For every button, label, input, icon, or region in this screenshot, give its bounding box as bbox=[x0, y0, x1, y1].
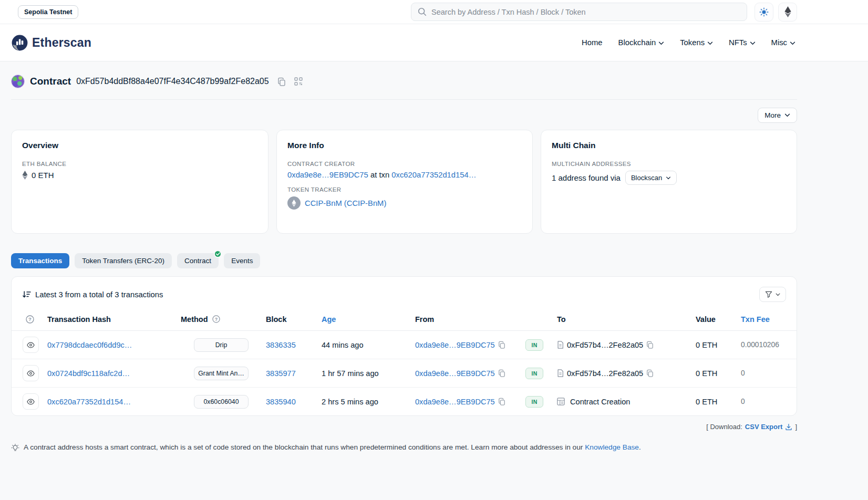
nav-item-home[interactable]: Home bbox=[582, 38, 602, 47]
more-button[interactable]: More bbox=[758, 108, 797, 123]
multichain-addresses-label: MULTICHAIN ADDRESSES bbox=[552, 161, 786, 167]
token-tracker-link[interactable]: CCIP-BnM (CCIP-BnM) bbox=[305, 199, 386, 207]
age-cell: 2 hrs 5 mins ago bbox=[319, 388, 413, 416]
search-input[interactable] bbox=[431, 8, 740, 16]
contract-header: Contract 0xFd57b4ddBf88a4e07fF4e34C487b9… bbox=[11, 61, 797, 100]
method-badge[interactable]: Grant Mint An… bbox=[194, 367, 249, 380]
tab-transactions[interactable]: Transactions bbox=[11, 253, 69, 268]
download-row: [ Download: CSV Export ] bbox=[11, 423, 797, 431]
contract-file-icon bbox=[557, 369, 564, 377]
txn-hash-link[interactable]: 0xc620a77352d1d154… bbox=[47, 398, 131, 406]
verified-check-icon bbox=[214, 250, 222, 258]
to-address-text: 0xFd57b4…2Fe82a05 bbox=[567, 341, 643, 349]
nav-item-nfts[interactable]: NFTs bbox=[729, 38, 756, 47]
copy-icon[interactable] bbox=[646, 341, 654, 349]
token-logo-icon bbox=[287, 196, 301, 210]
svg-text:?: ? bbox=[28, 316, 32, 322]
theme-toggle-button[interactable] bbox=[755, 3, 773, 22]
nav-item-tokens[interactable]: Tokens bbox=[680, 38, 713, 47]
help-circle-icon[interactable]: ? bbox=[26, 315, 43, 324]
col-value: Value bbox=[689, 310, 736, 331]
eye-icon bbox=[27, 370, 35, 377]
tab-contract[interactable]: Contract bbox=[177, 253, 219, 268]
value-cell: 0 ETH bbox=[689, 359, 736, 388]
from-address-link[interactable]: 0xda9e8e…9EB9DC75 bbox=[415, 341, 495, 349]
overview-card: Overview ETH BALANCE 0 ETH bbox=[11, 130, 268, 234]
age-cell: 44 mins ago bbox=[319, 331, 413, 359]
tab-token-transfers[interactable]: Token Transfers (ERC-20) bbox=[75, 253, 172, 268]
creator-connector-text: at txn bbox=[370, 171, 389, 179]
txn-hash-link[interactable]: 0x0724bdf9c118afc2d… bbox=[47, 369, 130, 378]
col-to: To bbox=[553, 310, 689, 331]
lightbulb-icon bbox=[11, 444, 19, 452]
copy-address-button[interactable] bbox=[277, 77, 286, 86]
col-age-toggle[interactable]: Age bbox=[319, 310, 413, 331]
age-cell: 1 hr 57 mins ago bbox=[319, 359, 413, 388]
blockscan-dropdown-button[interactable]: Blockscan bbox=[625, 171, 677, 185]
copy-icon bbox=[277, 77, 286, 86]
nav-item-misc[interactable]: Misc bbox=[771, 38, 795, 47]
network-badge[interactable]: Sepolia Testnet bbox=[18, 5, 78, 19]
address-identicon bbox=[11, 75, 25, 88]
csv-export-link[interactable]: CSV Export bbox=[745, 423, 793, 431]
to-address-text: 0xFd57b4…2Fe82a05 bbox=[567, 369, 643, 378]
tip-text: A contract address hosts a smart contrac… bbox=[24, 443, 583, 451]
col-from: From bbox=[413, 310, 516, 331]
value-cell: 0 ETH bbox=[689, 331, 736, 359]
chevron-down-icon bbox=[666, 176, 671, 180]
value-cell: 0 ETH bbox=[689, 388, 736, 416]
sort-descending-icon bbox=[23, 290, 31, 298]
eye-icon bbox=[27, 399, 35, 405]
chevron-down-icon bbox=[707, 41, 713, 45]
transactions-table: ? Transaction Hash Method ? Block Age Fr… bbox=[12, 310, 797, 415]
block-link[interactable]: 3835940 bbox=[266, 398, 296, 406]
col-method: Method ? bbox=[179, 310, 264, 331]
help-circle-icon[interactable]: ? bbox=[212, 315, 220, 323]
copy-icon[interactable] bbox=[498, 398, 505, 405]
transactions-panel: Latest 3 from a total of 3 transactions … bbox=[11, 276, 797, 416]
copy-icon[interactable] bbox=[498, 369, 505, 377]
more-info-card-title: More Info bbox=[287, 141, 522, 150]
contract-creation-icon bbox=[557, 398, 565, 405]
qr-code-icon bbox=[294, 77, 303, 86]
contract-creator-label: CONTRACT CREATOR bbox=[287, 161, 522, 167]
filter-button[interactable] bbox=[759, 287, 786, 302]
from-address-link[interactable]: 0xda9e8e…9EB9DC75 bbox=[415, 398, 495, 406]
direction-badge: IN bbox=[525, 396, 543, 408]
direction-badge: IN bbox=[525, 368, 543, 379]
nav-item-blockchain[interactable]: Blockchain bbox=[618, 38, 665, 47]
from-address-link[interactable]: 0xda9e8e…9EB9DC75 bbox=[415, 369, 495, 378]
block-link[interactable]: 3836335 bbox=[266, 341, 296, 349]
txn-fee-cell: 0.00010206 bbox=[736, 331, 797, 359]
txn-fee-cell: 0 bbox=[736, 388, 797, 416]
etherscan-logo[interactable]: Etherscan bbox=[12, 35, 91, 51]
block-link[interactable]: 3835977 bbox=[266, 369, 296, 378]
creation-txn-link[interactable]: 0xc620a77352d1d154… bbox=[391, 171, 476, 179]
qr-code-button[interactable] bbox=[294, 77, 303, 86]
multichain-card: Multi Chain MULTICHAIN ADDRESSES 1 addre… bbox=[541, 130, 797, 234]
txn-hash-link[interactable]: 0x7798dcdaec0f6dd9c… bbox=[47, 341, 132, 349]
copy-icon[interactable] bbox=[646, 369, 654, 377]
knowledge-base-link[interactable]: Knowledge Base bbox=[585, 443, 639, 451]
copy-icon[interactable] bbox=[498, 341, 505, 349]
txn-fee-cell: 0 bbox=[736, 359, 797, 388]
col-transaction-hash: Transaction Hash bbox=[45, 310, 179, 331]
download-suffix-text: ] bbox=[795, 423, 797, 431]
ethereum-icon bbox=[784, 6, 791, 17]
creator-address-link[interactable]: 0xda9e8e…9EB9DC75 bbox=[287, 171, 368, 179]
col-txn-fee-toggle[interactable]: Txn Fee bbox=[736, 310, 797, 331]
network-selector-button[interactable] bbox=[778, 3, 797, 22]
search-bar[interactable] bbox=[411, 3, 747, 21]
preview-txn-button[interactable] bbox=[23, 337, 39, 353]
preview-txn-button[interactable] bbox=[23, 393, 39, 410]
eye-icon bbox=[27, 342, 35, 348]
tab-bar: Transactions Token Transfers (ERC-20) Co… bbox=[11, 253, 797, 268]
tab-events[interactable]: Events bbox=[224, 253, 260, 268]
method-badge[interactable]: Drip bbox=[194, 338, 249, 352]
sun-icon bbox=[759, 7, 769, 17]
preview-txn-button[interactable] bbox=[23, 365, 39, 381]
method-badge[interactable]: 0x60c06040 bbox=[194, 395, 249, 409]
multichain-card-title: Multi Chain bbox=[552, 141, 786, 150]
top-bar: Sepolia Testnet bbox=[0, 0, 868, 24]
token-tracker-label: TOKEN TRACKER bbox=[287, 186, 522, 193]
